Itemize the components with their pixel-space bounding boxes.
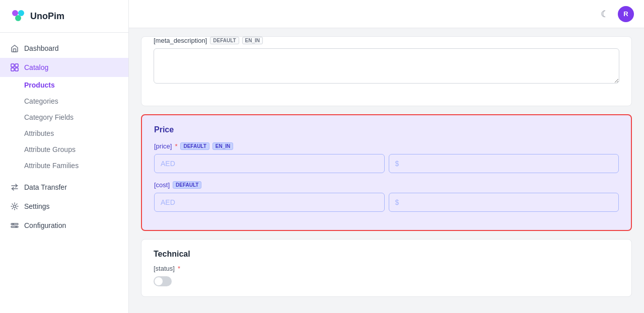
sidebar-item-attribute-groups[interactable]: Attribute Groups <box>0 141 128 158</box>
logo-icon <box>10 8 26 24</box>
price-required-star: * <box>175 142 177 150</box>
meta-description-badge-locale: EN_IN <box>242 37 263 44</box>
svg-point-1 <box>18 10 24 16</box>
svg-rect-9 <box>11 223 18 225</box>
svg-point-2 <box>15 15 21 21</box>
price-badge-locale: EN_IN <box>212 142 233 150</box>
meta-description-badge-default: DEFAULT <box>210 37 239 44</box>
status-code: [status] <box>154 265 175 272</box>
status-toggle[interactable] <box>154 276 172 286</box>
catalog-icon <box>10 63 19 72</box>
svg-rect-6 <box>11 68 14 71</box>
sidebar-item-configuration-label: Configuration <box>24 221 66 229</box>
transfer-icon <box>10 183 19 192</box>
sidebar-item-settings-label: Settings <box>24 202 50 210</box>
status-field-label: [status] * <box>154 265 619 272</box>
main-content: [meta_description] DEFAULT EN_IN Price [… <box>129 28 644 313</box>
price-badge-default: DEFAULT <box>180 142 209 150</box>
svg-rect-10 <box>11 226 18 228</box>
sidebar-item-category-fields-label: Category Fields <box>24 113 74 121</box>
svg-rect-3 <box>14 49 16 52</box>
sidebar-item-categories[interactable]: Categories <box>0 93 128 109</box>
cost-usd-input[interactable] <box>389 193 619 212</box>
svg-point-12 <box>16 226 17 227</box>
sidebar-item-dashboard[interactable]: Dashboard <box>0 39 128 58</box>
sidebar-nav: Dashboard Catalog Products Categories Ca… <box>0 33 128 313</box>
sidebar-item-configuration[interactable]: Configuration <box>0 216 128 235</box>
settings-icon <box>10 202 19 211</box>
price-field-code: [price] <box>154 142 172 150</box>
meta-description-field-group: [meta_description] DEFAULT EN_IN <box>154 37 619 86</box>
sidebar-item-settings[interactable]: Settings <box>0 197 128 216</box>
sidebar-item-attribute-families-label: Attribute Families <box>24 162 79 170</box>
sidebar-item-attribute-families[interactable]: Attribute Families <box>0 158 128 174</box>
cost-field-label-row: [cost] DEFAULT <box>154 181 619 189</box>
technical-section-title: Technical <box>154 250 619 259</box>
meta-description-section: [meta_description] DEFAULT EN_IN <box>141 36 632 106</box>
price-aed-input[interactable] <box>154 154 385 173</box>
sidebar-item-data-transfer[interactable]: Data Transfer <box>0 178 128 197</box>
user-avatar[interactable]: R <box>618 6 634 22</box>
sidebar-item-attributes[interactable]: Attributes <box>0 125 128 141</box>
content-area: [meta_description] DEFAULT EN_IN Price [… <box>129 28 644 313</box>
logo-area: UnoPim <box>0 0 128 33</box>
price-field-label-row: [price] * DEFAULT EN_IN <box>154 142 619 150</box>
technical-section: Technical [status] * <box>141 239 632 297</box>
sidebar-item-category-fields[interactable]: Category Fields <box>0 109 128 125</box>
config-icon <box>10 221 19 230</box>
header: ☾ R <box>129 0 644 28</box>
sidebar-item-data-transfer-label: Data Transfer <box>24 183 67 191</box>
status-required-star: * <box>178 265 180 272</box>
svg-point-11 <box>13 223 14 225</box>
sidebar-item-catalog-label: Catalog <box>24 63 48 71</box>
sidebar-item-attributes-label: Attributes <box>24 129 54 137</box>
cost-aed-input[interactable] <box>154 193 385 212</box>
sidebar-item-attribute-groups-label: Attribute Groups <box>24 145 76 153</box>
svg-rect-5 <box>15 64 18 67</box>
logo-text: UnoPim <box>30 11 64 22</box>
price-field-group: [price] * DEFAULT EN_IN <box>154 142 619 173</box>
dark-mode-button[interactable]: ☾ <box>598 7 612 21</box>
sidebar-item-categories-label: Categories <box>24 97 58 105</box>
cost-field-group: [cost] DEFAULT <box>154 181 619 212</box>
price-inputs-row <box>154 154 619 173</box>
sidebar: UnoPim Dashboard Catalog Products Catego… <box>0 0 129 313</box>
meta-description-textarea[interactable] <box>154 48 619 84</box>
price-section: Price [price] * DEFAULT EN_IN [cost] <box>141 114 632 231</box>
svg-rect-7 <box>15 68 18 71</box>
cost-field-code: [cost] <box>154 181 170 189</box>
meta-description-label-row: [meta_description] DEFAULT EN_IN <box>154 37 619 44</box>
sidebar-item-dashboard-label: Dashboard <box>24 44 59 52</box>
svg-point-8 <box>14 205 16 208</box>
sidebar-item-products[interactable]: Products <box>0 77 128 93</box>
sidebar-item-catalog[interactable]: Catalog <box>0 58 128 77</box>
svg-rect-4 <box>11 64 14 67</box>
meta-description-code: [meta_description] <box>154 37 207 44</box>
home-icon <box>10 44 19 53</box>
cost-badge-default: DEFAULT <box>173 181 201 189</box>
cost-inputs-row <box>154 193 619 212</box>
sidebar-item-products-label: Products <box>24 81 55 89</box>
price-usd-input[interactable] <box>389 154 619 173</box>
svg-point-0 <box>12 10 18 16</box>
price-section-title: Price <box>154 125 619 134</box>
